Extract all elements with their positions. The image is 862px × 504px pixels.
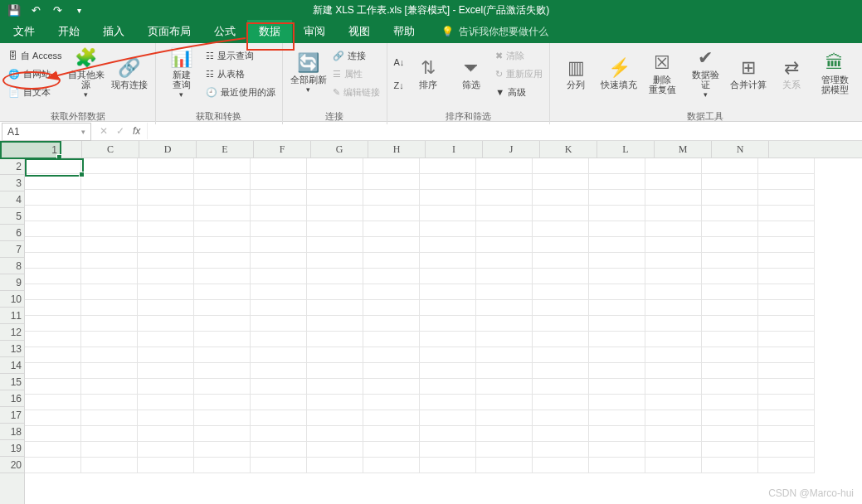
cell[interactable] bbox=[138, 410, 194, 426]
cell[interactable] bbox=[251, 395, 307, 410]
cell[interactable] bbox=[420, 426, 476, 442]
cell[interactable] bbox=[363, 442, 420, 458]
cell[interactable] bbox=[363, 458, 420, 473]
cell[interactable] bbox=[533, 395, 589, 410]
cell[interactable] bbox=[645, 174, 702, 190]
cell[interactable] bbox=[420, 221, 476, 237]
sort-button[interactable]: ⇅排序 bbox=[409, 46, 447, 101]
cell[interactable] bbox=[533, 158, 589, 174]
cell[interactable] bbox=[702, 363, 758, 379]
cell[interactable] bbox=[363, 190, 420, 206]
cell[interactable] bbox=[758, 269, 815, 284]
cell[interactable] bbox=[138, 237, 194, 253]
cell[interactable] bbox=[645, 410, 702, 426]
cell[interactable] bbox=[363, 158, 420, 174]
cell[interactable] bbox=[194, 363, 251, 379]
cell[interactable] bbox=[476, 206, 533, 221]
cell[interactable] bbox=[420, 458, 476, 473]
cell[interactable] bbox=[476, 347, 533, 363]
cell[interactable] bbox=[420, 379, 476, 395]
cell[interactable] bbox=[363, 316, 420, 332]
cell[interactable] bbox=[702, 395, 758, 410]
cell[interactable] bbox=[645, 316, 702, 332]
cell[interactable] bbox=[758, 206, 815, 221]
cell[interactable] bbox=[81, 410, 138, 426]
row-header[interactable]: 14 bbox=[0, 357, 24, 374]
cell[interactable] bbox=[251, 206, 307, 221]
cell[interactable] bbox=[758, 442, 815, 458]
cell[interactable] bbox=[194, 221, 251, 237]
row-header[interactable]: 7 bbox=[0, 241, 24, 258]
cell[interactable] bbox=[307, 347, 363, 363]
cell[interactable] bbox=[589, 253, 645, 269]
cell[interactable] bbox=[194, 347, 251, 363]
cell[interactable] bbox=[645, 442, 702, 458]
cell[interactable] bbox=[702, 426, 758, 442]
cell[interactable] bbox=[307, 253, 363, 269]
cell-grid[interactable] bbox=[25, 158, 862, 504]
cell[interactable] bbox=[363, 410, 420, 426]
cell[interactable] bbox=[138, 206, 194, 221]
cell[interactable] bbox=[251, 347, 307, 363]
cell[interactable] bbox=[645, 395, 702, 410]
cell[interactable] bbox=[645, 206, 702, 221]
cell[interactable] bbox=[81, 347, 138, 363]
cell[interactable] bbox=[702, 284, 758, 300]
cell[interactable] bbox=[25, 300, 81, 316]
cell[interactable] bbox=[251, 253, 307, 269]
consolidate-button[interactable]: ⊞合并计算 bbox=[729, 46, 767, 101]
cell[interactable] bbox=[138, 316, 194, 332]
row-header[interactable]: 9 bbox=[0, 274, 24, 291]
cell[interactable] bbox=[25, 269, 81, 284]
cell[interactable] bbox=[81, 395, 138, 410]
cell[interactable] bbox=[758, 458, 815, 473]
cell[interactable] bbox=[476, 442, 533, 458]
row-header[interactable]: 4 bbox=[0, 191, 24, 208]
from-web-button[interactable]: 🌐自网站 bbox=[8, 65, 62, 82]
cell[interactable] bbox=[307, 442, 363, 458]
cell[interactable] bbox=[758, 363, 815, 379]
cell[interactable] bbox=[363, 363, 420, 379]
cell[interactable] bbox=[194, 395, 251, 410]
cell[interactable] bbox=[420, 269, 476, 284]
cell[interactable] bbox=[363, 221, 420, 237]
cell[interactable] bbox=[251, 174, 307, 190]
cell[interactable] bbox=[251, 284, 307, 300]
row-header[interactable]: 12 bbox=[0, 324, 24, 341]
cell[interactable] bbox=[420, 347, 476, 363]
cell[interactable] bbox=[307, 363, 363, 379]
cell[interactable] bbox=[476, 395, 533, 410]
cell[interactable] bbox=[589, 395, 645, 410]
cell[interactable] bbox=[81, 379, 138, 395]
tab-view[interactable]: 视图 bbox=[337, 20, 382, 43]
cell[interactable] bbox=[589, 158, 645, 174]
cell[interactable] bbox=[194, 237, 251, 253]
redo-icon[interactable]: ↷ bbox=[48, 2, 66, 18]
cell[interactable] bbox=[307, 379, 363, 395]
row-header[interactable]: 15 bbox=[0, 374, 24, 390]
cell[interactable] bbox=[81, 284, 138, 300]
cell[interactable] bbox=[363, 237, 420, 253]
cell[interactable] bbox=[194, 458, 251, 473]
cell[interactable] bbox=[645, 221, 702, 237]
cell[interactable] bbox=[307, 237, 363, 253]
col-header[interactable]: J bbox=[483, 141, 540, 158]
cell[interactable] bbox=[702, 269, 758, 284]
cell[interactable] bbox=[307, 174, 363, 190]
row-header[interactable]: 3 bbox=[0, 175, 24, 191]
cell[interactable] bbox=[25, 253, 81, 269]
cell[interactable] bbox=[476, 284, 533, 300]
cell[interactable] bbox=[25, 221, 81, 237]
cell[interactable] bbox=[363, 174, 420, 190]
cell[interactable] bbox=[533, 174, 589, 190]
cell[interactable] bbox=[589, 347, 645, 363]
from-table-button[interactable]: ☷从表格 bbox=[206, 65, 275, 82]
relationships-button[interactable]: ⇄关系 bbox=[772, 46, 811, 101]
col-header[interactable]: M bbox=[655, 141, 712, 158]
tab-insert[interactable]: 插入 bbox=[91, 20, 136, 43]
qat-more-icon[interactable]: ▾ bbox=[70, 2, 88, 18]
cell[interactable] bbox=[194, 190, 251, 206]
cell[interactable] bbox=[307, 206, 363, 221]
cell[interactable] bbox=[476, 363, 533, 379]
cell[interactable] bbox=[138, 442, 194, 458]
